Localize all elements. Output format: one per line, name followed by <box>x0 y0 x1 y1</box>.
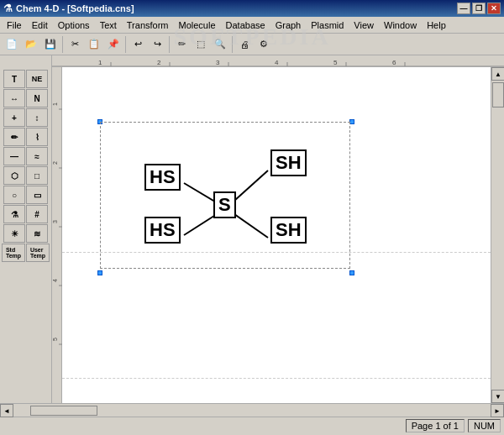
tool-hex[interactable]: ⬡ <box>3 166 25 185</box>
tool-line[interactable]: — <box>3 147 25 165</box>
minimize-button[interactable]: — <box>457 3 470 14</box>
tool-wave[interactable]: ≈ <box>26 147 48 165</box>
right-scrollbar[interactable]: ▲ ▼ <box>491 67 504 403</box>
redo-button[interactable]: ↪ <box>148 35 166 54</box>
left-ruler: 1 2 3 4 5 <box>52 67 62 403</box>
atom-s-center: S <box>213 191 236 218</box>
atom-hs-top-left: HS <box>144 164 181 191</box>
tool-square[interactable]: □ <box>26 166 48 185</box>
tool-resize[interactable]: ↕ <box>26 108 48 127</box>
lt-row-9: ☀ ≋ <box>3 224 48 243</box>
svg-text:3: 3 <box>216 59 220 66</box>
draw-button[interactable]: ✏ <box>172 35 191 54</box>
scroll-up-button[interactable]: ▲ <box>491 67 504 81</box>
canvas-area[interactable]: 1 2 3 4 5 <box>52 67 491 403</box>
lt-row-4: ✏ ⌇ <box>3 128 48 146</box>
toolbar-sep2 <box>125 36 126 53</box>
tool-user-temp[interactable]: UserTemp <box>26 244 50 262</box>
close-button[interactable]: ✕ <box>487 3 501 14</box>
svg-text:2: 2 <box>157 59 161 66</box>
zoom-in-button[interactable]: 🔍 <box>211 35 229 54</box>
tool-eraser[interactable]: ⌇ <box>26 128 48 146</box>
page-status: Page 1 of 1 <box>406 419 465 432</box>
bottom-scroll-track[interactable] <box>13 404 491 417</box>
toolbar-sep1 <box>62 36 63 53</box>
tool-flask[interactable]: ⚗ <box>3 205 25 223</box>
page-line-2 <box>62 378 491 379</box>
title-bar: ⚗ Chem 4-D - [Softpedia.cns] — ❐ ✕ <box>0 0 504 17</box>
left-toolbar: T NE ↔ N + ↕ ✏ ⌇ — ≈ ⬡ □ ○ ▭ ⚗ # <box>0 67 52 403</box>
toolbar: 📄 📂 💾 ✂ 📋 📌 ↩ ↪ ✏ ⬚ 🔍 🖨 ⚙ <box>0 34 504 55</box>
undo-button[interactable]: ↩ <box>129 35 147 54</box>
scroll-left-button[interactable]: ◄ <box>0 404 13 417</box>
title-bar-controls: — ❐ ✕ <box>457 3 501 14</box>
menu-window[interactable]: Window <box>379 19 422 31</box>
page-area: HS HS S SH SH <box>62 67 491 403</box>
bottom-scroll-thumb[interactable] <box>30 406 97 416</box>
tool-text[interactable]: T <box>3 70 25 88</box>
menu-bar: File Edit Options Text Transform Molecul… <box>0 17 504 34</box>
svg-text:5: 5 <box>333 59 338 66</box>
svg-text:1: 1 <box>52 102 58 106</box>
svg-text:3: 3 <box>52 220 58 223</box>
settings-button[interactable]: ⚙ <box>255 35 273 54</box>
lt-row-6: ⬡ □ <box>3 166 48 185</box>
tool-cross[interactable]: + <box>3 108 25 127</box>
print-button[interactable]: 🖨 <box>235 35 254 54</box>
tool-cursor[interactable]: ↔ <box>3 89 25 107</box>
tool-circle[interactable]: ○ <box>3 186 25 204</box>
scroll-right-button[interactable]: ► <box>491 404 504 417</box>
tool-sun[interactable]: ☀ <box>3 224 25 243</box>
menu-view[interactable]: View <box>349 19 379 31</box>
menu-plasmid[interactable]: Plasmid <box>306 19 349 31</box>
menu-molecule[interactable]: Molecule <box>174 19 221 31</box>
toolbar-sep4 <box>232 36 233 53</box>
window-title: Chem 4-D - [Softpedia.cns] <box>16 3 134 13</box>
atom-sh-top-right: SH <box>270 149 307 176</box>
scroll-thumb[interactable] <box>492 82 504 107</box>
lt-row-5: — ≈ <box>3 147 48 165</box>
main-area: T NE ↔ N + ↕ ✏ ⌇ — ≈ ⬡ □ ○ ▭ ⚗ # <box>0 67 504 403</box>
menu-graph[interactable]: Graph <box>270 19 307 31</box>
menu-text[interactable]: Text <box>95 19 122 31</box>
app-icon: ⚗ <box>3 3 13 14</box>
lt-row-7: ○ ▭ <box>3 186 48 204</box>
tool-n[interactable]: N <box>26 89 48 107</box>
svg-text:5: 5 <box>52 338 58 341</box>
new-button[interactable]: 📄 <box>3 35 21 54</box>
tool-wave2[interactable]: ≋ <box>26 224 48 243</box>
tool-rect[interactable]: ▭ <box>26 186 48 204</box>
lt-row-3: + ↕ <box>3 108 48 127</box>
select-button[interactable]: ⬚ <box>192 35 210 54</box>
svg-text:4: 4 <box>52 279 58 282</box>
copy-button[interactable]: 📋 <box>85 35 103 54</box>
tool-grid[interactable]: # <box>26 205 48 223</box>
scroll-track[interactable] <box>491 81 504 390</box>
lt-row-8: ⚗ # <box>3 205 48 223</box>
molecule-container[interactable]: HS HS S SH SH <box>96 118 356 277</box>
open-button[interactable]: 📂 <box>22 35 40 54</box>
menu-file[interactable]: File <box>2 19 27 31</box>
atom-sh-bottom-right: SH <box>270 217 307 244</box>
menu-database[interactable]: Database <box>221 19 270 31</box>
svg-text:1: 1 <box>98 59 102 66</box>
paste-button[interactable]: 📌 <box>104 35 123 54</box>
tool-ne[interactable]: NE <box>26 70 48 88</box>
bottom-scrollbar[interactable]: ◄ ► <box>0 403 504 417</box>
lt-row-2: ↔ N <box>3 89 48 107</box>
tool-std-temp[interactable]: StdTemp <box>2 244 25 262</box>
restore-button[interactable]: ❐ <box>472 3 486 14</box>
ruler-corner <box>0 55 52 67</box>
svg-text:6: 6 <box>392 59 396 66</box>
tool-pencil[interactable]: ✏ <box>3 128 25 146</box>
lt-row-10: StdTemp UserTemp <box>2 244 50 262</box>
scroll-down-button[interactable]: ▼ <box>491 390 504 403</box>
save-button[interactable]: 💾 <box>41 35 60 54</box>
menu-edit[interactable]: Edit <box>27 19 53 31</box>
menu-help[interactable]: Help <box>422 19 451 31</box>
menu-transform[interactable]: Transform <box>122 19 174 31</box>
cut-button[interactable]: ✂ <box>66 35 84 54</box>
svg-text:4: 4 <box>275 59 279 66</box>
menu-options[interactable]: Options <box>53 19 95 31</box>
mode-status: NUM <box>468 419 501 432</box>
